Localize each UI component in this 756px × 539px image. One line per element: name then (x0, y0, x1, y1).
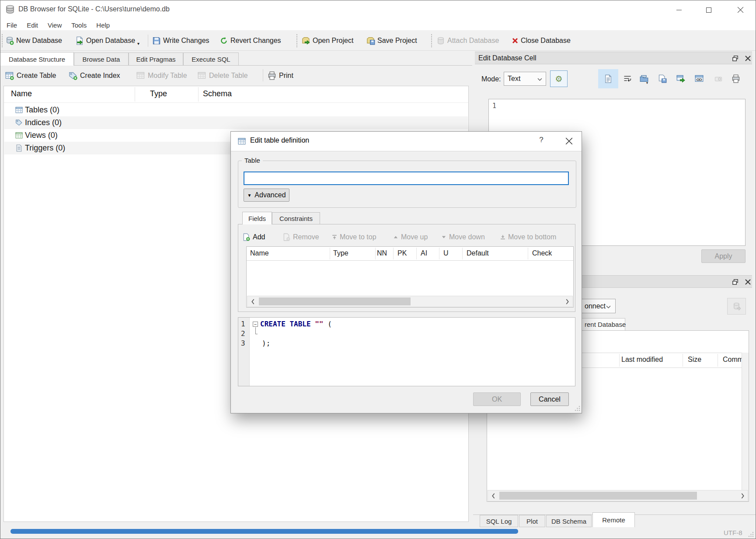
field-column-type[interactable]: Type (333, 249, 348, 257)
remote-column-commit[interactable]: Comm (723, 356, 743, 364)
fields-table[interactable]: Name Type NN PK AI U Default Check (246, 246, 574, 308)
move-down-button[interactable]: Move down (441, 231, 485, 243)
tab-browse-data[interactable]: Browse Data (74, 52, 129, 66)
column-divider[interactable] (718, 354, 718, 367)
close-dock-button[interactable] (743, 277, 753, 287)
field-column-u[interactable]: U (443, 249, 449, 257)
scroll-right-icon[interactable] (562, 296, 572, 307)
resize-grip-icon[interactable] (748, 532, 754, 537)
remote-vertical-scrollbar[interactable] (742, 353, 749, 501)
menu-item-help[interactable]: Help (91, 20, 115, 31)
import-text-button[interactable]: ▾ (638, 73, 651, 85)
new-database-button[interactable]: New Database (5, 32, 62, 50)
scrollbar-thumb[interactable] (499, 492, 697, 500)
print-button[interactable]: Print (268, 66, 293, 85)
tree-row-tables[interactable]: Tables (0) (4, 104, 468, 116)
attach-database-button[interactable]: Attach Database (436, 32, 499, 50)
scrollbar-thumb[interactable] (259, 298, 411, 305)
modify-table-button[interactable]: Modify Table (136, 66, 187, 85)
add-field-button[interactable]: Add (242, 231, 265, 243)
column-divider[interactable] (330, 248, 330, 259)
remote-push-button[interactable] (727, 298, 746, 315)
save-project-button[interactable]: Save Project (366, 32, 417, 50)
remote-horizontal-scrollbar[interactable] (488, 490, 748, 501)
create-index-button[interactable]: Create Index (69, 66, 120, 85)
cancel-button[interactable]: Cancel (530, 392, 569, 406)
create-table-button[interactable]: Create Table (5, 66, 56, 85)
menu-item-tools[interactable]: Tools (66, 20, 91, 31)
menu-item-view[interactable]: View (43, 20, 66, 31)
field-column-default[interactable]: Default (467, 249, 489, 257)
remote-column-size[interactable]: Size (688, 356, 701, 364)
tab-database-structure[interactable]: Database Structure (0, 52, 74, 66)
menu-item-edit[interactable]: Edit (22, 20, 43, 31)
remove-field-button[interactable]: Remove (282, 231, 319, 243)
toolbar-grip[interactable] (431, 34, 432, 47)
text-mode-toggle[interactable] (598, 69, 618, 88)
close-button[interactable] (727, 0, 753, 20)
tree-column-schema[interactable]: Schema (203, 89, 232, 98)
tree-row-indices[interactable]: Indices (0) (4, 116, 468, 129)
field-column-name[interactable]: Name (250, 249, 269, 257)
column-divider[interactable] (528, 248, 528, 259)
tab-constraints[interactable]: Constraints (272, 212, 320, 224)
scroll-left-icon[interactable] (488, 490, 498, 501)
close-database-button[interactable]: Close Database (512, 32, 571, 50)
tab-fields[interactable]: Fields (242, 212, 272, 224)
field-column-nn[interactable]: NN (377, 249, 387, 257)
column-divider[interactable] (375, 248, 376, 259)
dialog-resize-grip-icon[interactable] (575, 406, 580, 411)
dialog-titlebar[interactable]: Edit table definition ? (231, 132, 582, 151)
open-database-button[interactable]: Open Database (75, 32, 135, 50)
tab-db-schema[interactable]: DB Schema (546, 515, 592, 527)
export-text-button[interactable] (656, 73, 669, 85)
advanced-button[interactable]: ▼ Advanced (244, 189, 289, 202)
import-as-button[interactable]: ⚙ (550, 70, 568, 87)
toolbar-grip[interactable] (2, 34, 3, 47)
tree-column-name[interactable]: Name (11, 89, 32, 98)
toolbar-grip[interactable] (296, 34, 298, 47)
float-dock-button[interactable] (730, 277, 740, 287)
tab-plot[interactable]: Plot (519, 515, 545, 527)
move-to-top-button[interactable]: Move to top (332, 231, 376, 243)
tab-sql-log[interactable]: SQL Log (480, 515, 518, 527)
maximize-button[interactable] (696, 0, 722, 20)
set-null-button[interactable] (712, 73, 725, 85)
column-divider[interactable] (439, 248, 439, 259)
scroll-left-icon[interactable] (247, 296, 258, 307)
apply-button[interactable]: Apply (701, 249, 746, 263)
tree-column-type[interactable]: Type (150, 89, 167, 98)
fields-horizontal-scrollbar[interactable] (247, 296, 573, 307)
minimize-button[interactable] (666, 0, 692, 20)
field-column-ai[interactable]: AI (421, 249, 427, 257)
column-divider[interactable] (416, 248, 417, 259)
mode-select[interactable]: Text (504, 72, 546, 86)
tab-remote[interactable]: Remote (592, 512, 635, 527)
column-divider[interactable] (462, 248, 463, 259)
column-divider[interactable] (619, 354, 620, 367)
print-cell-button[interactable] (729, 73, 742, 85)
edit-cell-dock-titlebar[interactable]: Edit Database Cell (475, 52, 752, 64)
column-divider[interactable] (135, 87, 135, 102)
open-database-dropdown-arrow-icon[interactable]: ▾ (137, 41, 139, 46)
column-divider[interactable] (683, 354, 683, 367)
open-in-external-button[interactable] (674, 73, 687, 85)
move-up-button[interactable]: Move up (393, 231, 428, 243)
table-name-input[interactable] (244, 172, 569, 185)
fold-marker[interactable]: − (253, 322, 258, 327)
move-to-bottom-button[interactable]: Move to bottom (500, 231, 556, 243)
remote-column-last-modified[interactable]: Last modified (621, 356, 663, 364)
tab-execute-sql[interactable]: Execute SQL (183, 52, 239, 66)
write-changes-button[interactable]: Write Changes (152, 32, 209, 50)
word-wrap-button[interactable] (621, 73, 634, 85)
column-divider[interactable] (393, 248, 394, 259)
column-divider[interactable] (198, 87, 199, 102)
field-column-check[interactable]: Check (532, 249, 552, 257)
revert-changes-button[interactable]: Revert Changes (219, 32, 281, 50)
close-dock-button[interactable] (743, 53, 753, 63)
menu-item-file[interactable]: File (2, 20, 22, 31)
delete-table-button[interactable]: Delete Table (198, 66, 248, 85)
scroll-right-icon[interactable] (737, 490, 748, 501)
tab-edit-pragmas[interactable]: Edit Pragmas (129, 52, 183, 66)
copy-link-button[interactable] (693, 73, 706, 85)
